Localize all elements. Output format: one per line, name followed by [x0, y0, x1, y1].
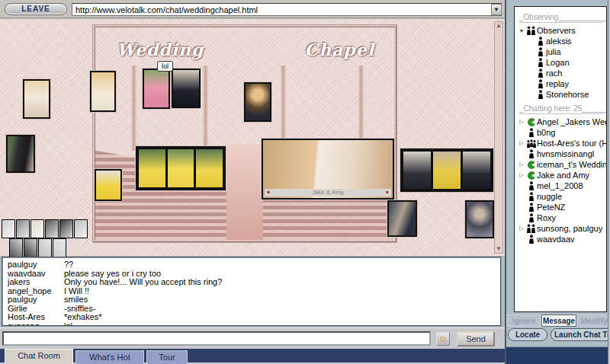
observer-row[interactable]: aleksis: [518, 36, 606, 46]
chatting-here-label: _Chatting here: 25________: [519, 104, 603, 114]
person-icon: [535, 69, 546, 78]
collage-photo: [59, 219, 73, 238]
tab-what-s-hot[interactable]: What's Hot: [75, 350, 144, 364]
chat-message-text: ??: [64, 260, 73, 269]
avatar-groom-dark-suit[interactable]: [6, 135, 35, 173]
collage-photo: [45, 219, 59, 238]
chat-message-text: please say yes or i cry too: [64, 269, 161, 278]
chat-message-text: smiles: [64, 295, 88, 304]
collage-photo: [38, 238, 52, 257]
expand-right-icon[interactable]: ▷: [518, 140, 525, 146]
person-icon: [525, 213, 537, 222]
speech-bubble: lol: [157, 61, 173, 72]
chatting-row[interactable]: ▷Angel _Jakers Weddin: [518, 117, 606, 127]
group-icon: [525, 139, 537, 148]
avatar-man-with-hat[interactable]: [465, 200, 494, 238]
send-button[interactable]: Send: [457, 331, 495, 346]
chatting-name: nuggle: [537, 192, 562, 201]
bottom-tab-bar: Chat RoomWhat's HotTour: [0, 349, 505, 364]
person-icon: [525, 181, 537, 190]
observer-row[interactable]: Stonehorse: [518, 89, 606, 100]
scroll-up-icon[interactable]: ▲: [496, 23, 502, 29]
identify-button[interactable]: Identify: [576, 315, 610, 327]
avatar-wedding-party-triptych[interactable]: [400, 148, 493, 192]
chapel-column: [203, 65, 208, 151]
chatting-row[interactable]: waavdaav: [518, 234, 606, 244]
chatting-name: Angel _Jakers Weddin: [537, 117, 606, 126]
avatar-rings-photo[interactable]: ♥ Jake & Amy ♥: [262, 139, 394, 200]
user-action-buttons: Ignore Message Identify: [506, 315, 610, 327]
scroll-down-icon[interactable]: ▼: [496, 246, 502, 252]
message-input[interactable]: [2, 331, 431, 346]
heart-icon: ♥: [267, 189, 270, 196]
tab-chat-room[interactable]: Chat Room: [5, 349, 73, 364]
chatting-name: PeteNZ: [537, 203, 565, 212]
smiley-icon: ☺: [438, 334, 448, 344]
chat-message: sunsonglol: [8, 322, 500, 327]
room-scrollbar[interactable]: ▲ ▼: [494, 21, 503, 254]
chatting-row[interactable]: mel_1_2008: [518, 180, 606, 191]
avatar-bride-white-dress[interactable]: [90, 71, 116, 112]
avatar-photo-collage[interactable]: [2, 219, 88, 259]
message-button[interactable]: Message: [541, 315, 576, 327]
chatting-row[interactable]: b0ng: [518, 127, 606, 138]
expand-right-icon[interactable]: ▷: [518, 225, 525, 231]
tab-tour[interactable]: Tour: [146, 350, 188, 364]
person-icon: [525, 149, 537, 158]
chatting-name: Roxy: [537, 213, 556, 222]
collage-photo: [2, 219, 15, 238]
observer-name: Logan: [546, 58, 570, 67]
url-input[interactable]: [72, 3, 502, 16]
chat-message-sender: paulguy: [8, 260, 64, 270]
expand-down-icon[interactable]: ▼: [518, 28, 525, 34]
room-icon: [525, 161, 537, 169]
room-icon: [525, 171, 537, 180]
avatar-bride-blonde[interactable]: [23, 79, 50, 119]
chatting-name: b0ng: [537, 128, 555, 137]
room-icon: [525, 118, 537, 126]
top-bar: LEAVE ▼: [0, 0, 505, 18]
chatting-row[interactable]: Roxy: [518, 212, 606, 223]
avatar-yellow-dress-small[interactable]: [95, 169, 122, 201]
chatting-row[interactable]: ▷Jake and Amy: [518, 170, 606, 180]
chatting-row[interactable]: PeteNZ: [518, 202, 606, 212]
avatar-yellow-dress-triptych[interactable]: [136, 146, 226, 190]
chatting-row[interactable]: hvnsmissinangl: [518, 148, 606, 159]
locate-button[interactable]: Locate: [508, 328, 547, 341]
chapel-title-chapel: Chapel: [305, 40, 375, 59]
expand-right-icon[interactable]: ▷: [518, 161, 525, 168]
chatting-row[interactable]: ▷sunsong, paulguy: [518, 223, 606, 234]
pair-icon: [525, 224, 537, 233]
avatar-woman-portrait[interactable]: [387, 200, 417, 237]
chatting-row[interactable]: ▷Host-Ares's tour (Ho: [518, 138, 606, 148]
chat-message-text: *exhakes*: [64, 312, 102, 321]
expand-right-icon[interactable]: ▷: [518, 172, 525, 178]
url-dropdown-arrow-icon[interactable]: ▼: [491, 4, 502, 15]
chatting-row[interactable]: nuggle: [518, 191, 606, 202]
observer-row[interactable]: rach: [518, 68, 606, 78]
chatting-list: ▷Angel _Jakers Weddinb0ng▷Host-Ares's to…: [518, 117, 606, 244]
expand-right-icon[interactable]: ▷: [518, 119, 525, 125]
avatar-woman-pink-dress[interactable]: [143, 69, 170, 109]
avatar-man-tuxedo[interactable]: [172, 69, 201, 108]
observer-row[interactable]: julia: [518, 46, 606, 57]
chatting-name: hvnsmissinangl: [537, 149, 594, 158]
chatting-name: mel_1_2008: [537, 181, 583, 190]
avatar-woman-center[interactable]: [244, 82, 271, 122]
observer-row[interactable]: replay: [518, 78, 606, 89]
chat-window: LEAVE ▼ Wedding Chapel lol: [0, 0, 610, 364]
observers-group-row[interactable]: ▼ Observers: [518, 25, 606, 36]
ignore-button[interactable]: Ignore: [506, 315, 541, 327]
chat-message-text: lol: [64, 321, 72, 327]
yellow-dress-panel: [433, 152, 461, 189]
chatting-name: iceman_t's Wedding P: [537, 160, 606, 169]
observer-row[interactable]: Logan: [518, 57, 606, 68]
observing-label: _Observing____________: [519, 13, 603, 23]
smiley-button[interactable]: ☺: [436, 332, 450, 346]
chapel-aisle: [226, 144, 262, 240]
chat-log: paulguy??waavdaavplease say yes or i cry…: [2, 257, 502, 327]
chatting-row[interactable]: ▷iceman_t's Wedding P: [518, 159, 606, 170]
leave-button[interactable]: LEAVE: [5, 3, 67, 15]
person-icon: [535, 47, 546, 56]
launch-chat-tracker-button[interactable]: Launch Chat Tracker: [551, 328, 610, 341]
